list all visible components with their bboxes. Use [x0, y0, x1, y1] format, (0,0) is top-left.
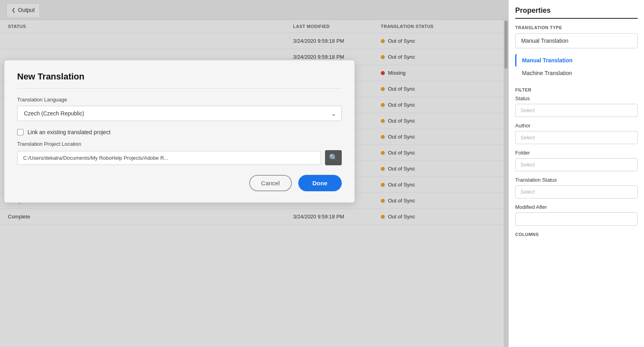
filter-modified-row: Modified After — [515, 204, 638, 226]
filter-status-select[interactable]: Select — [515, 104, 638, 117]
filter-status-placeholder: Select — [520, 107, 535, 113]
language-select[interactable]: Czech (Czech Republic) — [17, 106, 342, 121]
translation-type-box: Manual Translation — [515, 33, 638, 48]
translation-type-label: Translation Type — [515, 25, 638, 30]
manual-translation-option[interactable]: Manual Translation — [515, 54, 638, 67]
filter-transstatus-label: Translation Status — [515, 177, 638, 183]
new-translation-modal: New Translation Translation Language Cze… — [4, 60, 355, 203]
modal-actions: Cancel Done — [17, 175, 342, 191]
done-button[interactable]: Done — [298, 175, 342, 191]
filter-folder-placeholder: Select — [520, 162, 535, 168]
filter-author-placeholder: Select — [520, 135, 535, 141]
link-existing-checkbox[interactable] — [17, 129, 24, 135]
right-panel: Properties Translation Type Manual Trans… — [508, 0, 644, 347]
filter-status-row: Status Select — [515, 95, 638, 117]
filter-folder-select[interactable]: Select — [515, 158, 638, 171]
location-field-label: Translation Project Location — [17, 141, 342, 147]
filter-folder-label: Folder — [515, 150, 638, 156]
filter-section-label: FILTER — [515, 87, 638, 92]
machine-translation-label: Machine Translation — [522, 70, 572, 76]
translation-options: Manual Translation Machine Translation — [515, 54, 638, 79]
manual-translation-label: Manual Translation — [522, 57, 573, 63]
columns-label: COLUMNS — [515, 232, 638, 237]
cancel-button[interactable]: Cancel — [249, 175, 292, 191]
columns-section: COLUMNS — [515, 232, 638, 237]
location-file-row: 🔍 — [17, 150, 342, 165]
location-input[interactable] — [17, 151, 321, 165]
browse-folder-button[interactable]: 🔍 — [325, 150, 342, 165]
filter-folder-row: Folder Select — [515, 150, 638, 171]
panel-title: Properties — [515, 6, 638, 19]
link-existing-label: Link an existing translated project — [28, 129, 110, 135]
link-existing-row: Link an existing translated project — [17, 129, 342, 135]
filter-transstatus-select[interactable]: Select — [515, 185, 638, 198]
filter-transstatus-row: Translation Status Select — [515, 177, 638, 198]
machine-translation-option[interactable]: Machine Translation — [515, 67, 638, 79]
filter-transstatus-placeholder: Select — [520, 189, 535, 195]
filter-status-label: Status — [515, 95, 638, 101]
filter-author-row: Author Select — [515, 123, 638, 144]
language-select-wrapper: Czech (Czech Republic) ⌄ — [17, 106, 342, 121]
filter-modified-label: Modified After — [515, 204, 638, 210]
filter-author-label: Author — [515, 123, 638, 129]
filter-author-select[interactable]: Select — [515, 131, 638, 144]
filter-modified-input[interactable] — [515, 212, 638, 226]
modal-title: New Translation — [17, 71, 342, 89]
filter-section: FILTER Status Select Author Select Folde… — [515, 87, 638, 226]
folder-search-icon: 🔍 — [329, 153, 338, 162]
language-field-label: Translation Language — [17, 97, 342, 103]
